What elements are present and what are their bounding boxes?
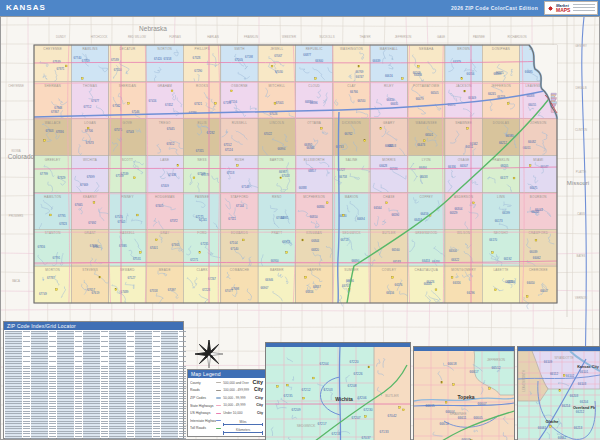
svg-text:67589: 67589	[111, 58, 119, 62]
svg-text:66203: 66203	[570, 394, 579, 398]
svg-text:66850: 66850	[310, 215, 318, 219]
svg-text:67527: 67527	[127, 276, 135, 280]
svg-text:66576: 66576	[395, 283, 403, 287]
svg-text:67026: 67026	[269, 112, 277, 116]
svg-text:66047: 66047	[540, 289, 548, 293]
svg-text:PAWNEE: PAWNEE	[195, 195, 209, 199]
svg-text:67452: 67452	[165, 103, 173, 107]
inset-topeka-canvas: 6661866617665126661566604666146661166605…	[414, 351, 514, 440]
svg-text:66177: 66177	[500, 176, 508, 180]
legend-header: Map Legend	[188, 370, 265, 378]
svg-text:67712: 67712	[83, 105, 91, 109]
svg-text:67140: 67140	[231, 247, 239, 251]
svg-text:66170: 66170	[489, 238, 497, 242]
svg-text:67156: 67156	[229, 100, 237, 104]
svg-text:67321: 67321	[194, 102, 202, 106]
zip-index-header: ZIP Code Index/Grid Locator	[4, 322, 183, 330]
scale-bar: Kilometers	[223, 429, 263, 436]
svg-text:66713: 66713	[340, 238, 348, 242]
svg-text:66075: 66075	[530, 186, 538, 190]
svg-text:NORTON: NORTON	[158, 47, 172, 51]
svg-text:67077: 67077	[225, 289, 233, 293]
svg-text:PROWERS: PROWERS	[9, 214, 24, 218]
zip-index-column	[127, 331, 134, 439]
svg-text:PAWNEE: PAWNEE	[473, 35, 485, 39]
svg-text:67030: 67030	[275, 70, 283, 74]
svg-text:LYON: LYON	[422, 158, 431, 162]
svg-text:ELLIS: ELLIS	[197, 121, 206, 125]
svg-text:67416: 67416	[149, 99, 157, 103]
svg-text:DECATUR: DECATUR	[119, 47, 136, 51]
svg-text:66560: 66560	[392, 248, 400, 252]
inset-wichita-canvas: 6720467220672266721267203672086720667230…	[266, 347, 410, 440]
svg-text:ELLSWORTH: ELLSWORTH	[304, 158, 325, 162]
svg-text:67803: 67803	[46, 129, 54, 133]
svg-text:67198: 67198	[245, 55, 253, 59]
svg-text:66212: 66212	[499, 141, 507, 145]
svg-text:67275: 67275	[196, 215, 204, 219]
svg-text:LANE: LANE	[160, 158, 169, 162]
svg-text:66095: 66095	[525, 70, 533, 74]
svg-text:67535: 67535	[115, 215, 123, 219]
svg-text:MIAMI: MIAMI	[533, 158, 543, 162]
svg-text:66618: 66618	[448, 362, 457, 366]
svg-text:67235: 67235	[284, 394, 293, 398]
svg-text:67118: 67118	[227, 171, 235, 175]
svg-text:ROOKS: ROOKS	[196, 84, 208, 88]
svg-text:66322: 66322	[451, 258, 459, 262]
svg-text:66967: 66967	[260, 286, 268, 290]
svg-text:COFFEY: COFFEY	[419, 195, 433, 199]
svg-text:66632: 66632	[385, 144, 393, 148]
svg-text:67699: 67699	[87, 175, 95, 179]
svg-text:66112: 66112	[550, 372, 558, 376]
svg-text:SCOTT: SCOTT	[122, 158, 133, 162]
svg-text:RENO: RENO	[272, 195, 282, 199]
svg-text:DOUGLAS: DOUGLAS	[493, 121, 509, 125]
svg-text:66245: 66245	[488, 92, 496, 96]
svg-text:FURNAS: FURNAS	[169, 35, 181, 39]
svg-text:MARSHALL: MARSHALL	[380, 47, 398, 51]
svg-text:67543: 67543	[126, 130, 134, 134]
inset-map-topeka: 6661866617665126661566604666146661166605…	[413, 346, 515, 440]
svg-text:DONIPHAN: DONIPHAN	[492, 47, 510, 51]
svg-text:66900: 66900	[315, 59, 323, 63]
inset-map-kansas-city: 6610966112661026610166103662036620466214…	[517, 346, 600, 440]
svg-text:WICHITA: WICHITA	[83, 158, 97, 162]
zip-index-column	[153, 331, 160, 439]
svg-text:66501: 66501	[425, 133, 433, 137]
svg-text:RED WILLOW: RED WILLOW	[128, 35, 146, 39]
svg-text:66307: 66307	[460, 164, 468, 168]
svg-text:67582: 67582	[113, 104, 121, 108]
svg-text:HARPER: HARPER	[307, 268, 322, 272]
svg-text:66316: 66316	[453, 281, 461, 285]
svg-text:67148: 67148	[242, 185, 250, 189]
svg-text:NUCKOLLS: NUCKOLLS	[319, 35, 334, 39]
svg-text:67365: 67365	[171, 243, 179, 247]
svg-text:ANDERSON: ANDERSON	[454, 195, 473, 199]
svg-text:67207: 67207	[352, 416, 361, 420]
svg-text:HITCHCOCK: HITCHCOCK	[91, 35, 108, 39]
legend-item: US Highways	[190, 409, 221, 417]
legend-item: Interstate Highways	[190, 417, 221, 425]
svg-text:CASS: CASS	[577, 212, 585, 216]
zip-index-table: ZIP Code Index/Grid Locator	[3, 321, 184, 439]
svg-text:66438: 66438	[420, 175, 428, 179]
svg-text:67328: 67328	[193, 56, 201, 60]
svg-text:67206: 67206	[358, 396, 367, 400]
svg-text:THOMAS: THOMAS	[83, 84, 97, 88]
svg-text:66204: 66204	[580, 400, 589, 404]
svg-text:DUNDY: DUNDY	[56, 35, 66, 39]
svg-text:JEFFERSON: JEFFERSON	[395, 35, 412, 39]
svg-text:67438: 67438	[168, 173, 176, 177]
svg-text:66816: 66816	[306, 290, 314, 294]
svg-text:NESS: NESS	[198, 158, 207, 162]
svg-text:MARION: MARION	[345, 195, 359, 199]
svg-text:Missouri: Missouri	[567, 180, 589, 186]
compass-rose-icon	[194, 339, 224, 369]
svg-text:67669: 67669	[80, 183, 88, 187]
legend-item: County	[190, 379, 221, 387]
svg-text:COWLEY: COWLEY	[382, 268, 397, 272]
svg-text:SEDGWICK: SEDGWICK	[297, 424, 316, 428]
svg-text:66082: 66082	[528, 140, 536, 144]
svg-text:66877: 66877	[303, 53, 311, 57]
